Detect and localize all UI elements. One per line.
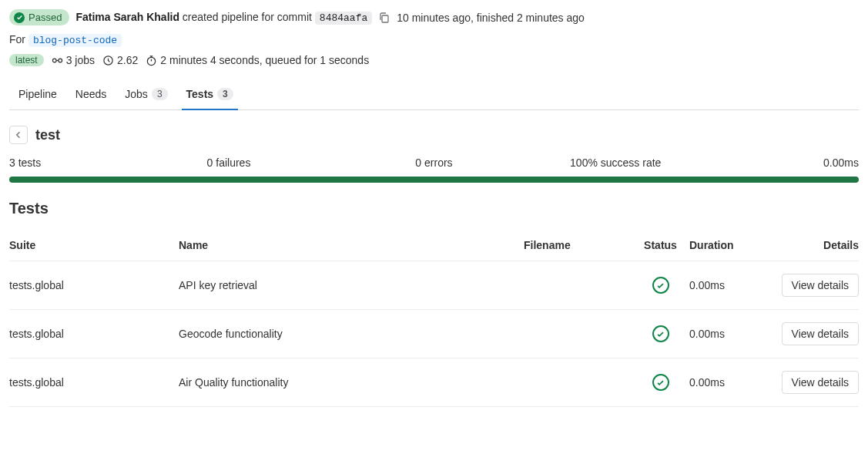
pipeline-header: Passed Fatima Sarah Khalid created pipel… (9, 9, 859, 25)
col-header-details: Details (774, 239, 859, 251)
tabs: Pipeline Needs Jobs 3 Tests 3 (9, 80, 859, 110)
col-header-duration: Duration (689, 239, 774, 251)
success-icon (652, 277, 669, 294)
tab-jobs-count: 3 (152, 88, 168, 100)
stat-tests: 3 tests (9, 156, 161, 169)
tab-jobs[interactable]: Jobs 3 (125, 80, 167, 109)
cell-duration: 0.00ms (689, 376, 774, 389)
commit-sha[interactable]: 8484aafa (315, 12, 372, 25)
col-header-status: Status (632, 239, 689, 251)
svg-point-1 (52, 59, 56, 62)
jobs-icon (52, 55, 63, 66)
action-text: created pipeline for commit (183, 11, 312, 23)
tab-tests[interactable]: Tests 3 (186, 80, 233, 109)
view-details-button[interactable]: View details (782, 322, 859, 345)
table-row: tests.global Air Quality functionality 0… (9, 358, 859, 407)
col-header-name: Name (179, 239, 524, 251)
col-header-filename: Filename (524, 239, 632, 251)
view-details-button[interactable]: View details (782, 274, 859, 297)
cell-suite: tests.global (9, 376, 179, 389)
success-icon (652, 374, 669, 391)
for-label: For (9, 33, 25, 45)
tab-tests-count: 3 (217, 88, 233, 100)
progress-bar (9, 177, 859, 183)
suite-title: test (35, 127, 60, 143)
tab-needs[interactable]: Needs (75, 80, 106, 109)
branch-name[interactable]: blog-post-code (28, 34, 122, 47)
svg-rect-0 (382, 15, 388, 22)
cell-duration: 0.00ms (689, 328, 774, 340)
cell-status (632, 374, 689, 391)
cell-suite: tests.global (9, 328, 179, 340)
cell-details: View details (774, 322, 859, 345)
jobs-count: 3 jobs (52, 54, 95, 66)
cell-status (632, 325, 689, 342)
status-badge: Passed (9, 9, 69, 25)
suite-header: test (9, 126, 859, 144)
cell-status (632, 277, 689, 294)
stat-time: 0.00ms (707, 156, 859, 169)
duration-metric: 2 minutes 4 seconds, queued for 1 second… (146, 54, 369, 66)
coverage-metric: 2.62 (102, 54, 138, 66)
view-details-button[interactable]: View details (782, 371, 859, 394)
col-header-suite: Suite (9, 239, 179, 251)
copy-icon[interactable] (378, 12, 390, 24)
stat-errors: 0 errors (358, 156, 510, 169)
cell-duration: 0.00ms (689, 279, 774, 291)
cell-name: Geocode functionality (179, 328, 524, 340)
success-icon (652, 325, 669, 342)
tests-heading: Tests (9, 200, 859, 217)
meta-row: latest 3 jobs 2.62 2 minutes 4 seconds, … (9, 54, 859, 66)
cell-suite: tests.global (9, 279, 179, 291)
cell-name: API key retrieval (179, 279, 524, 291)
latest-badge: latest (9, 54, 44, 66)
back-button[interactable] (9, 126, 28, 144)
stat-failures: 0 failures (161, 156, 359, 169)
tests-table: Suite Name Filename Status Duration Deta… (9, 230, 859, 407)
check-circle-icon (14, 12, 25, 23)
author-name[interactable]: Fatima Sarah Khalid (75, 11, 179, 23)
table-header: Suite Name Filename Status Duration Deta… (9, 230, 859, 261)
coverage-icon (102, 55, 114, 66)
pipeline-description: Fatima Sarah Khalid created pipeline for… (75, 11, 372, 24)
table-row: tests.global Geocode functionality 0.00m… (9, 310, 859, 358)
status-text: Passed (28, 12, 62, 23)
timer-icon (146, 55, 157, 66)
cell-details: View details (774, 371, 859, 394)
stats-row: 3 tests 0 failures 0 errors 100% success… (9, 156, 859, 169)
chevron-left-icon (14, 130, 23, 140)
for-row: For blog-post-code (9, 33, 859, 46)
tab-pipeline[interactable]: Pipeline (18, 80, 57, 109)
cell-name: Air Quality functionality (179, 376, 524, 389)
table-row: tests.global API key retrieval 0.00ms Vi… (9, 261, 859, 310)
stat-success: 100% success rate (510, 156, 708, 169)
timing-text: 10 minutes ago, finished 2 minutes ago (397, 12, 585, 24)
svg-point-2 (59, 59, 62, 62)
cell-details: View details (774, 274, 859, 297)
